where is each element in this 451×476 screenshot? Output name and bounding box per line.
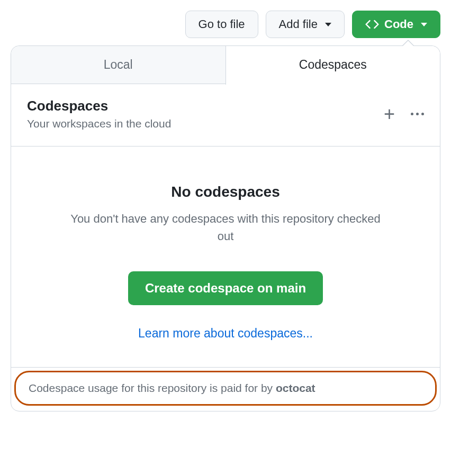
codespaces-header-text: Codespaces Your workspaces in the cloud — [27, 98, 171, 130]
empty-state: No codespaces You don't have any codespa… — [11, 147, 440, 367]
repo-toolbar: Go to file Add file Code — [11, 11, 440, 38]
usage-prefix: Codespace usage for this repository is p… — [29, 382, 276, 394]
code-button[interactable]: Code — [352, 11, 440, 38]
clone-tabs: Local Codespaces — [11, 46, 440, 84]
codespaces-title: Codespaces — [27, 98, 171, 114]
codespaces-header: Codespaces Your workspaces in the cloud … — [11, 84, 440, 147]
codespace-options-button[interactable] — [411, 113, 424, 115]
tab-codespaces-label: Codespaces — [299, 58, 367, 71]
tab-codespaces[interactable]: Codespaces — [226, 46, 440, 85]
caret-down-icon — [325, 23, 331, 26]
go-to-file-label: Go to file — [199, 17, 245, 31]
usage-payer: octocat — [276, 382, 315, 394]
tab-local-label: Local — [104, 58, 133, 71]
add-file-button[interactable]: Add file — [266, 11, 345, 38]
codespaces-header-actions: + — [384, 105, 424, 124]
code-icon — [365, 17, 379, 31]
usage-paid-note: Codespace usage for this repository is p… — [14, 371, 437, 406]
learn-more-label: Learn more about codespaces... — [138, 326, 313, 340]
new-codespace-button[interactable]: + — [384, 105, 395, 124]
caret-down-icon — [421, 23, 427, 26]
footer-wrap: Codespace usage for this repository is p… — [11, 368, 440, 411]
add-file-label: Add file — [279, 17, 318, 31]
learn-more-link[interactable]: Learn more about codespaces... — [32, 326, 419, 341]
create-codespace-button[interactable]: Create codespace on main — [128, 271, 323, 305]
code-label: Code — [384, 17, 413, 31]
plus-icon: + — [384, 105, 395, 124]
empty-description: You don't have any codespaces with this … — [32, 210, 419, 245]
go-to-file-button[interactable]: Go to file — [185, 11, 258, 38]
empty-heading: No codespaces — [32, 184, 419, 200]
codespaces-subtitle: Your workspaces in the cloud — [27, 117, 171, 130]
code-dropdown-panel: Local Codespaces Codespaces Your workspa… — [11, 45, 440, 411]
create-codespace-label: Create codespace on main — [145, 281, 306, 295]
tab-local[interactable]: Local — [11, 46, 226, 84]
kebab-icon — [411, 113, 424, 115]
